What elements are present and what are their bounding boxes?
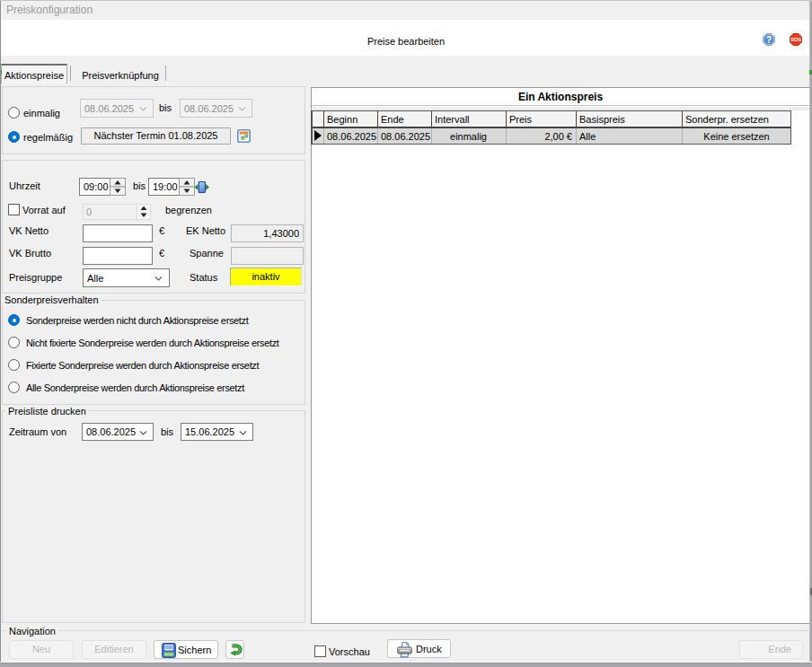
svg-text:?: ? bbox=[766, 35, 772, 45]
svg-text:SOS: SOS bbox=[790, 37, 801, 42]
